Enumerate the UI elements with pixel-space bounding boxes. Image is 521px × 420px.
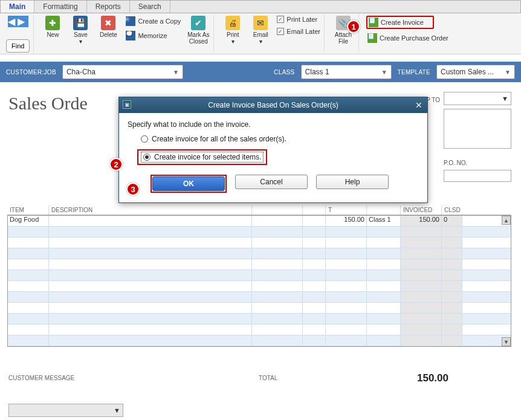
totals-row: CUSTOMER MESSAGE TOTAL 150.00 [8,375,506,381]
mark-closed-icon: ✔ [191,16,205,30]
radio-selected-label: Create invoice for selected items. [154,153,261,161]
radio-selected-items[interactable]: Create invoice for selected items. [141,152,264,163]
radio-icon [141,135,148,143]
po-icon: 🧾 [367,33,377,43]
cell-invoiced: 150.00 [401,216,442,226]
dropdown-icon: ▼ [505,69,511,76]
radio-icon [143,153,150,161]
table-row[interactable] [8,325,511,335]
nav-arrows-icon[interactable]: ◀ ▶ [8,16,28,27]
help-button[interactable]: Help [316,175,389,189]
customer-job-combo[interactable]: Cha-Cha ▼ [62,65,183,79]
cell-class[interactable]: Class 1 [367,216,401,226]
radio-all-sales-orders[interactable]: Create invoice for all of the sales orde… [141,135,419,143]
create-copy-label: Create a Copy [138,18,181,25]
find-button[interactable]: Find [6,39,30,53]
cell-ordered[interactable] [252,216,303,226]
create-po-button[interactable]: 🧾 Create Purchase Order [366,33,450,44]
mark-closed-label: Mark As Closed [187,31,209,45]
create-invoice-dialog: ▣ Create Invoice Based On Sales Order(s)… [118,97,428,203]
save-button[interactable]: 💾 Save▾ [69,16,92,45]
table-row[interactable] [8,259,511,270]
line-item-grid[interactable]: Dog Food 150.00 Class 1 150.00 0 ▲ ▼ [7,215,511,347]
create-invoice-button[interactable]: 🧾 Create Invoice [366,16,434,29]
col-invoiced: INVOICED [400,205,441,215]
cell-rate[interactable] [303,216,326,226]
scroll-down-button[interactable]: ▼ [502,337,511,346]
class-combo[interactable]: Class 1 ▼ [301,65,392,79]
class-value: Class 1 [305,68,329,76]
table-row[interactable] [8,227,511,237]
dialog-prompt: Specify what to include on the invoice. [128,120,419,129]
email-later-checkbox[interactable]: ✓ Email Later [277,28,320,35]
ok-button[interactable]: OK [152,176,225,191]
cell-item[interactable]: Dog Food [8,216,49,226]
memorize-label: Memorize [138,32,167,39]
cell-desc[interactable] [49,216,252,226]
radio-all-label: Create invoice for all of the sales orde… [152,135,286,143]
new-icon: ✚ [45,16,60,30]
create-copy-button[interactable]: ⎘ Create a Copy [125,16,182,27]
email-button[interactable]: ✉ Email▾ [249,16,272,45]
cell-amount[interactable]: 150.00 [326,216,367,226]
table-row[interactable] [8,303,511,314]
po-no-field[interactable] [444,170,511,182]
table-row[interactable] [8,335,511,346]
tab-search[interactable]: Search [130,1,170,13]
tab-main[interactable]: Main [1,1,34,13]
col-class [366,205,400,215]
delete-icon: ✖ [101,16,115,30]
scroll-up-button[interactable]: ▲ [502,216,511,225]
invoice-icon: 🧾 [369,18,378,27]
tab-reports[interactable]: Reports [87,1,130,13]
col-ordered [251,205,302,215]
col-clsd: CLSD [441,205,468,215]
email-icon: ✉ [253,16,268,30]
print-later-checkbox[interactable]: ✓ Print Later [277,16,320,23]
tab-formatting[interactable]: Formatting [34,1,86,13]
template-label: TEMPLATE [398,69,430,76]
checkbox-icon: ✓ [277,28,284,35]
col-item: ITEM [7,205,48,215]
template-combo[interactable]: Custom Sales ... ▼ [436,65,515,79]
close-icon[interactable]: ✕ [415,100,422,110]
email-later-label: Email Later [286,28,320,35]
table-row[interactable]: Dog Food 150.00 Class 1 150.00 0 [8,216,511,227]
total-value: 150.00 [417,372,448,384]
ship-to-address[interactable] [444,109,511,149]
ship-to-combo[interactable]: ▼ [444,92,511,105]
ship-to-label: P TO [426,97,440,103]
mark-closed-button[interactable]: ✔ Mark As Closed [187,16,210,45]
right-fields: ▼ P.O. NO. [444,92,511,182]
system-menu-icon[interactable]: ▣ [123,100,131,109]
new-button[interactable]: ✚ New [41,16,64,38]
memorize-button[interactable]: 💭 Memorize [125,30,182,41]
menu-tabs: Main Formatting Reports Search [0,0,521,13]
table-row[interactable] [8,270,511,281]
table-row[interactable] [8,292,511,303]
col-rate [302,205,325,215]
dialog-titlebar[interactable]: ▣ Create Invoice Based On Sales Order(s)… [119,97,427,113]
table-row[interactable] [8,237,511,248]
dropdown-icon: ▼ [114,407,120,414]
cell-clsd[interactable]: 0 [442,216,462,226]
table-row[interactable] [8,314,511,325]
table-row[interactable] [8,248,511,259]
create-po-label: Create Purchase Order [380,34,448,42]
checkbox-icon: ✓ [277,16,284,23]
customer-bar: CUSTOMER:JOB Cha-Cha ▼ CLASS Class 1 ▼ T… [0,62,521,82]
dropdown-icon: ▼ [381,69,387,76]
customer-job-label: CUSTOMER:JOB [6,69,56,76]
customer-message-combo[interactable]: ▼ [8,404,123,417]
callout-3: 3 [126,183,140,196]
delete-button[interactable]: ✖ Delete [97,16,120,38]
total-label: TOTAL [259,375,277,381]
cancel-button[interactable]: Cancel [235,175,308,189]
class-label: CLASS [274,69,294,76]
table-row[interactable] [8,281,511,292]
memorize-icon: 💭 [126,31,135,40]
print-button[interactable]: 🖨 Print▾ [221,16,244,45]
template-value: Custom Sales ... [441,68,494,76]
ribbon: ◀ ▶ Find ✚ New 💾 Save▾ ✖ Delete ⎘ Create… [0,13,521,54]
dropdown-icon: ▼ [502,95,508,102]
